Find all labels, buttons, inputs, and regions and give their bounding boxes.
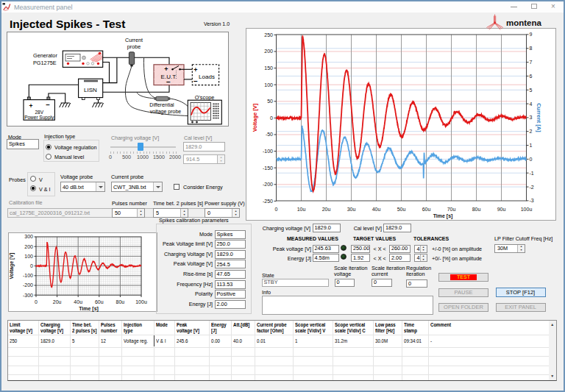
svg-text:O’scope: O’scope	[195, 94, 215, 101]
svg-text:28V: 28V	[35, 110, 43, 115]
svg-text:Time [s]: Time [s]	[433, 213, 453, 219]
svg-text:70u: 70u	[447, 207, 456, 212]
svg-text:5: 5	[530, 88, 533, 93]
svg-text:-150: -150	[263, 165, 273, 171]
svg-text:50u: 50u	[397, 207, 406, 212]
svg-text:0: 0	[270, 115, 273, 121]
svg-text:0: 0	[275, 207, 278, 212]
svg-text:80u: 80u	[472, 207, 481, 212]
svg-text:−: −	[193, 77, 198, 85]
svg-text:9: 9	[530, 32, 533, 37]
svg-text:7: 7	[530, 60, 533, 65]
svg-text:4: 4	[530, 101, 533, 107]
svg-text:6: 6	[530, 74, 533, 79]
svg-text:90u: 90u	[497, 207, 506, 212]
svg-text:Generator: Generator	[33, 52, 57, 59]
svg-text:-50: -50	[266, 132, 273, 137]
svg-text:-2: -2	[530, 185, 534, 190]
svg-text:LISN: LISN	[84, 87, 97, 93]
svg-text:200: 200	[264, 49, 273, 54]
svg-text:100: 100	[264, 82, 273, 88]
svg-text:Loads: Loads	[199, 74, 215, 80]
svg-text:30u: 30u	[347, 207, 356, 212]
svg-text:50: 50	[267, 99, 273, 104]
svg-text:Differential: Differential	[149, 102, 174, 107]
svg-text:20u: 20u	[322, 207, 331, 212]
svg-text:-250: -250	[263, 199, 273, 204]
svg-text:+: +	[193, 66, 197, 74]
svg-text:Current: Current	[125, 37, 143, 43]
svg-text:-100: -100	[263, 149, 273, 154]
svg-text:0: 0	[530, 157, 533, 162]
svg-text:60u: 60u	[422, 207, 431, 212]
svg-text:−: −	[46, 101, 50, 109]
svg-text:montena: montena	[506, 18, 542, 27]
svg-text:1: 1	[530, 143, 533, 148]
svg-text:2: 2	[530, 129, 533, 134]
svg-text:-1: -1	[530, 171, 534, 176]
svg-text:250: 250	[264, 32, 273, 38]
svg-text:Voltage [V]: Voltage [V]	[252, 103, 258, 132]
svg-text:-200: -200	[263, 182, 273, 187]
svg-text:10u: 10u	[297, 207, 306, 212]
svg-text:PG1275E: PG1275E	[33, 60, 57, 66]
svg-text:8: 8	[530, 46, 533, 51]
svg-text:+: +	[29, 102, 33, 110]
svg-text:probe: probe	[127, 43, 141, 50]
svg-text:-3: -3	[530, 198, 534, 203]
svg-text:voltage probe: voltage probe	[150, 109, 182, 115]
svg-text:−: −	[166, 78, 171, 86]
svg-text:Power Supply: Power Supply	[24, 115, 54, 121]
svg-text:150: 150	[264, 65, 273, 71]
svg-text:+: +	[164, 65, 168, 73]
svg-text:3: 3	[530, 115, 533, 120]
svg-text:40u: 40u	[372, 207, 381, 212]
svg-text:100u: 100u	[521, 207, 533, 212]
svg-text:Current [A]: Current [A]	[536, 103, 542, 132]
